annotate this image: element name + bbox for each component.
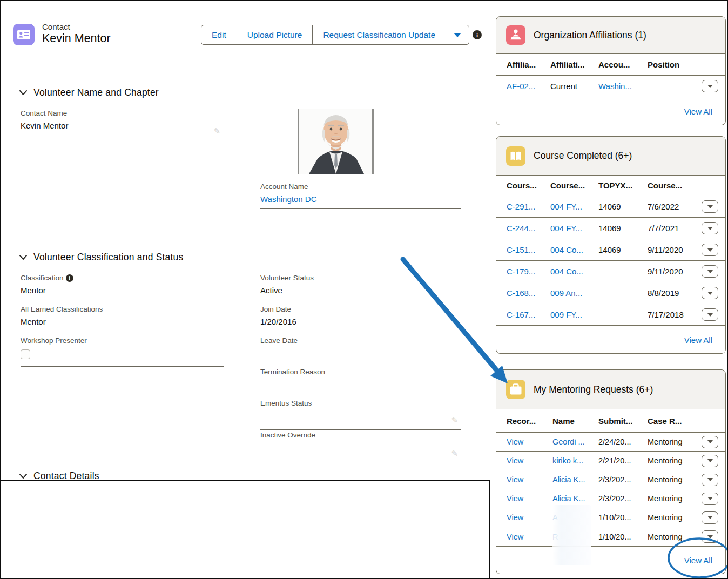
edit-pencil-icon[interactable]: ✎ bbox=[213, 126, 220, 136]
requester-name-link[interactable]: Geordi ... bbox=[552, 437, 585, 446]
course-record-link[interactable]: C-244... bbox=[507, 224, 535, 233]
view-link[interactable]: View bbox=[507, 437, 552, 446]
chevron-down-icon bbox=[707, 227, 713, 230]
panel-divider bbox=[489, 480, 490, 579]
course-name-link[interactable]: 009 An... bbox=[550, 288, 582, 298]
case-briefcase-icon bbox=[506, 380, 525, 399]
requester-name-link[interactable]: Alicia K... bbox=[552, 475, 585, 484]
course-record-link[interactable]: C-291... bbox=[507, 202, 535, 211]
card-header: My Mentoring Requests (6+) bbox=[496, 370, 725, 409]
view-all-link[interactable]: View All bbox=[684, 335, 712, 345]
card-header: Course Completed (6+) bbox=[496, 137, 725, 176]
column-header[interactable]: Position bbox=[648, 60, 693, 69]
more-actions-button[interactable] bbox=[446, 25, 469, 44]
cell: 9/11/2020 bbox=[648, 245, 697, 254]
column-header[interactable]: Affiliati... bbox=[550, 60, 598, 69]
chevron-down-icon bbox=[707, 205, 713, 208]
row-actions-button[interactable] bbox=[702, 308, 718, 321]
column-header[interactable]: TOPYX... bbox=[598, 181, 648, 190]
row-actions-button[interactable] bbox=[702, 287, 718, 299]
section-title: Contact Details bbox=[33, 470, 99, 480]
column-header[interactable]: Recor... bbox=[507, 416, 552, 426]
course-name-link[interactable]: 004 Co... bbox=[550, 245, 583, 254]
row-actions-button[interactable] bbox=[702, 530, 718, 543]
field-label: Leave Date bbox=[260, 336, 461, 345]
page-title: Kevin Mentor bbox=[42, 32, 111, 45]
contact-name-field[interactable]: Contact Name Kevin Mentor ✎ bbox=[21, 109, 224, 177]
row-actions-button[interactable] bbox=[702, 244, 718, 256]
account-name-link[interactable]: Washington DC bbox=[260, 194, 317, 204]
view-link[interactable]: View bbox=[507, 456, 552, 465]
column-header[interactable]: Case R... bbox=[648, 416, 697, 426]
row-actions-button[interactable] bbox=[702, 200, 718, 213]
record-action-button-group: Edit Upload Picture Request Classificati… bbox=[201, 25, 469, 45]
section-contact-details[interactable]: Contact Details bbox=[19, 470, 235, 480]
request-classification-update-button[interactable]: Request Classification Update bbox=[312, 25, 446, 44]
edit-pencil-icon[interactable]: ✎ bbox=[451, 415, 458, 425]
row-actions-button[interactable] bbox=[702, 265, 718, 278]
table-row: AF-02... Current Washin... bbox=[496, 76, 725, 97]
card-header: Organization Affiliations (1) bbox=[496, 17, 725, 54]
row-actions-button[interactable] bbox=[702, 80, 718, 92]
column-header[interactable]: Cours... bbox=[507, 181, 550, 190]
table-header-row: Recor... Name Submit... Case R... bbox=[496, 409, 725, 433]
section-volunteer-name-chapter[interactable]: Volunteer Name and Chapter bbox=[19, 87, 159, 98]
course-name-link[interactable]: 004 FY... bbox=[550, 224, 582, 233]
account-link[interactable]: Washin... bbox=[598, 82, 632, 91]
view-link[interactable]: View bbox=[507, 494, 552, 503]
chevron-down-icon bbox=[707, 516, 713, 519]
course-record-link[interactable]: C-168... bbox=[507, 288, 535, 298]
row-actions-button[interactable] bbox=[702, 511, 718, 524]
column-header[interactable]: Accou... bbox=[598, 60, 648, 69]
affiliation-link[interactable]: AF-02... bbox=[507, 82, 535, 91]
row-actions-button[interactable] bbox=[702, 436, 718, 448]
edit-button[interactable]: Edit bbox=[201, 25, 237, 44]
workshop-presenter-field: Workshop Presenter bbox=[21, 336, 224, 367]
chevron-down-icon bbox=[19, 255, 27, 260]
info-icon[interactable]: i bbox=[473, 30, 482, 39]
view-link[interactable]: View bbox=[507, 533, 552, 541]
course-record-link[interactable]: C-167... bbox=[507, 310, 535, 319]
row-actions-button[interactable] bbox=[702, 222, 718, 234]
row-actions-button[interactable] bbox=[702, 474, 718, 486]
column-header[interactable]: Affilia... bbox=[507, 60, 550, 69]
submit-date: 2/24/20... bbox=[598, 437, 631, 446]
chevron-down-icon bbox=[707, 313, 713, 317]
course-name-link[interactable]: 009 FY... bbox=[550, 310, 582, 319]
field-label: Emeritus Status bbox=[260, 399, 461, 407]
row-actions-button[interactable] bbox=[702, 455, 718, 467]
course-name-link[interactable]: 004 Co... bbox=[550, 267, 583, 276]
table-row: C-167... 009 FY... 7/17/2018 bbox=[496, 304, 725, 326]
column-header[interactable]: Submit... bbox=[598, 416, 648, 426]
course-book-icon bbox=[506, 146, 525, 166]
contact-record-page: Contact Kevin Mentor Edit Upload Picture… bbox=[0, 0, 728, 579]
requester-name-link[interactable]: kiriko k... bbox=[552, 456, 583, 465]
column-header[interactable]: Course... bbox=[550, 181, 598, 190]
field-label: All Earned Classifications bbox=[21, 305, 224, 313]
cell: 14069 bbox=[598, 202, 648, 211]
row-actions-button[interactable] bbox=[702, 493, 718, 505]
chevron-down-icon bbox=[707, 478, 713, 481]
column-header[interactable]: Course... bbox=[648, 181, 697, 190]
chevron-down-icon bbox=[707, 535, 713, 538]
emeritus-status-field: Emeritus Status ✎ bbox=[260, 399, 461, 430]
course-record-link[interactable]: C-151... bbox=[507, 245, 535, 254]
edit-pencil-icon[interactable]: ✎ bbox=[451, 449, 458, 459]
view-all-link[interactable]: View All bbox=[684, 107, 712, 116]
section-volunteer-classification-status[interactable]: Volunteer Classification and Status bbox=[19, 252, 183, 263]
view-link[interactable]: View bbox=[507, 475, 552, 484]
case-reason: Mentoring bbox=[648, 513, 697, 522]
requester-name-link[interactable]: Alicia K... bbox=[552, 494, 585, 503]
course-record-link[interactable]: C-179... bbox=[507, 267, 535, 276]
workshop-presenter-checkbox[interactable] bbox=[21, 349, 30, 359]
cell: 14069 bbox=[598, 245, 648, 254]
info-icon[interactable]: i bbox=[66, 274, 73, 282]
column-header[interactable]: Name bbox=[552, 416, 598, 426]
view-all-link[interactable]: View All bbox=[684, 556, 712, 565]
my-mentoring-requests-card: My Mentoring Requests (6+) Recor... Name… bbox=[496, 369, 726, 574]
classification-field: Classificationi Mentor bbox=[21, 274, 224, 304]
view-link[interactable]: View bbox=[507, 513, 552, 522]
course-name-link[interactable]: 004 FY... bbox=[550, 202, 582, 211]
chevron-down-icon bbox=[707, 270, 713, 273]
upload-picture-button[interactable]: Upload Picture bbox=[237, 25, 313, 44]
